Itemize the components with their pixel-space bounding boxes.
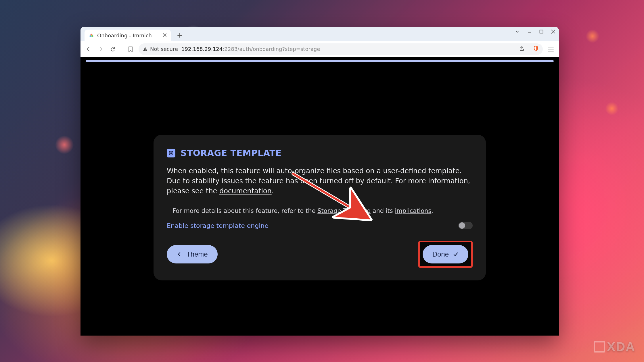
brave-shields-icon[interactable] [533,45,539,53]
toggle-row: Enable storage template engine [167,222,473,229]
watermark: XDA [594,340,635,354]
card-actions: Theme Done [167,241,473,268]
nav-back-icon[interactable] [85,45,93,53]
nav-forward-icon [97,45,105,53]
svg-point-8 [170,152,172,154]
window-minimize-icon[interactable] [527,29,532,34]
storage-template-link[interactable]: Storage Template [317,207,371,214]
nav-reload-icon[interactable] [109,45,117,53]
storage-template-card: STORAGE TEMPLATE When enabled, this feat… [154,135,486,280]
implications-link[interactable]: implications [395,207,431,214]
check-icon [453,251,459,257]
svg-rect-5 [145,48,145,50]
done-button[interactable]: Done [423,245,468,263]
tab-favicon [89,32,94,38]
browser-tab[interactable]: Onboarding - Immich [85,30,171,41]
browser-window: Onboarding - Immich [80,27,559,336]
svg-rect-6 [145,50,145,51]
storage-template-toggle[interactable] [458,222,473,229]
tab-close-icon[interactable] [163,33,167,38]
arrow-left-icon [177,251,182,257]
svg-rect-4 [540,30,543,33]
window-close-icon[interactable] [551,29,555,34]
annotation-highlight: Done [418,241,473,268]
security-indicator[interactable]: Not secure [143,46,178,52]
window-maximize-icon[interactable] [539,30,543,34]
card-title: STORAGE TEMPLATE [167,148,473,158]
tab-strip: Onboarding - Immich [80,27,559,41]
svg-point-3 [91,34,92,36]
theme-button[interactable]: Theme [167,245,218,263]
storage-icon [167,149,175,157]
hamburger-menu-icon[interactable] [547,45,555,53]
onboarding-progress-bar [86,60,554,62]
theme-button-label: Theme [186,250,208,258]
address-bar[interactable]: Not secure 192.168.29.124:2283/auth/onbo… [139,43,543,55]
bookmark-icon[interactable] [126,45,135,53]
tab-title: Onboarding - Immich [97,32,152,38]
documentation-link[interactable]: documentation [219,187,272,195]
toggle-label: Enable storage template engine [167,222,269,229]
card-subdescription: For more details about this feature, ref… [167,207,473,214]
browser-toolbar: Not secure 192.168.29.124:2283/auth/onbo… [80,41,559,57]
window-controls [515,29,555,34]
card-description: When enabled, this feature will auto-org… [167,166,473,196]
url-text: 192.168.29.124:2283/auth/onboarding?step… [181,46,320,52]
new-tab-button[interactable] [175,30,185,40]
done-button-label: Done [432,250,449,258]
share-icon[interactable] [519,46,525,53]
tab-search-icon[interactable] [515,29,520,34]
toggle-knob [459,222,465,229]
security-label: Not secure [150,46,178,52]
page-viewport: STORAGE TEMPLATE When enabled, this feat… [80,57,559,336]
